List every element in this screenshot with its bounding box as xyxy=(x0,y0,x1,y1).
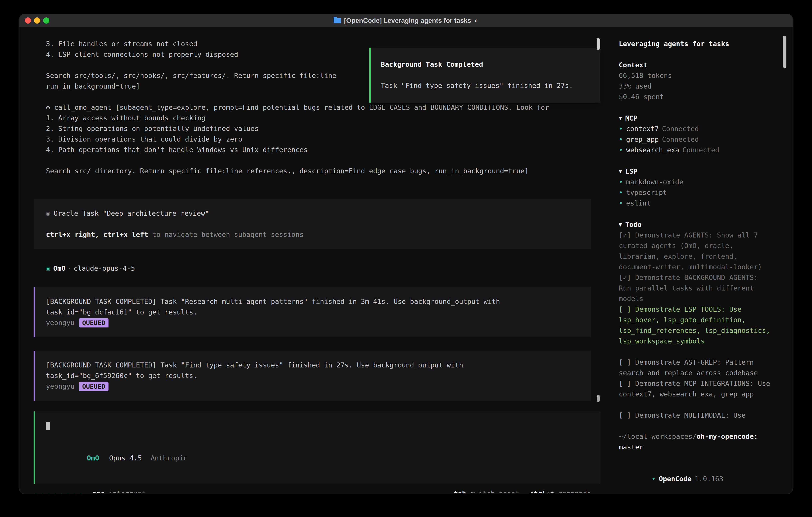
folder-icon xyxy=(334,18,341,23)
tool-call-header: ⚙ call_omo_agent [subagent_type=explore,… xyxy=(46,102,591,113)
window-titlebar[interactable]: [OpenCode] Leveraging agents for tasks ◐ xyxy=(19,14,793,27)
chevron-down-icon: ▼ xyxy=(619,168,622,174)
input-model-name: Opus 4.5 xyxy=(109,454,142,462)
lsp-server-row: •eslint xyxy=(619,198,772,209)
traffic-lights xyxy=(25,14,49,27)
message-footer: yeongyuQUEUED xyxy=(46,318,583,328)
mcp-section-header[interactable]: ▼MCP xyxy=(619,113,772,124)
notification-body: Task "Find type safety issues" finished … xyxy=(381,80,592,91)
oracle-task-panel: ◉Oracle Task "Deep architecture review" … xyxy=(34,199,591,249)
sidebar: Leveraging agents for tasks Context 66,5… xyxy=(610,27,793,493)
lsp-server-row: •markdown-oxide xyxy=(619,177,772,187)
bullet-icon: • xyxy=(651,475,656,483)
bullet-icon: • xyxy=(619,125,623,133)
minimize-button[interactable] xyxy=(34,18,40,24)
todo-item-done: [✓] Demonstrate AGENTS: Show all 7 curat… xyxy=(619,230,772,272)
bullet-icon: • xyxy=(619,199,623,207)
message-author: yeongyu xyxy=(46,382,75,390)
tool-call-footer: Search src/ directory. Return specific f… xyxy=(46,166,591,176)
todo-section-header[interactable]: ▼Todo xyxy=(619,219,772,230)
commands-hint: ctrl+p commands xyxy=(530,488,591,493)
message-text: [BACKGROUND TASK COMPLETED] Task "Find t… xyxy=(46,360,583,371)
input-provider-name: Anthropic xyxy=(151,454,187,462)
agent-header: ▣OmO·claude-opus-4-5 xyxy=(46,263,591,274)
tool-call-item: 2. String operations on potentially unde… xyxy=(46,124,591,134)
tool-call-item: 3. Division operations that could divide… xyxy=(46,134,591,144)
loading-spinner-icon: ◐ xyxy=(474,17,478,24)
workspace-path: ~/local-workspaces/oh-my-opencode: maste… xyxy=(619,431,772,453)
context-used: 33% used xyxy=(619,81,772,91)
todo-item-pending: [ ] Demonstrate MCP INTEGRATIONS: Use co… xyxy=(619,378,772,400)
context-spent: $0.46 spent xyxy=(619,91,772,102)
chevron-down-icon: ▼ xyxy=(619,115,622,121)
status-badge: QUEUED xyxy=(79,382,109,391)
bullet-icon: • xyxy=(619,178,623,186)
mcp-server-row: •grep_appConnected xyxy=(619,134,772,145)
status-badge: QUEUED xyxy=(79,318,109,327)
todo-item-active: [ ] Demonstrate LSP TOOLS: Use lsp_hover… xyxy=(619,304,772,347)
message-block: [BACKGROUND TASK COMPLETED] Task "Find t… xyxy=(34,351,591,401)
sidebar-scrollbar-thumb[interactable] xyxy=(783,35,786,68)
agent-square-icon: ▣ xyxy=(46,264,50,272)
prompt-input[interactable]: OmOOpus 4.5Anthropic xyxy=(34,411,601,484)
bullet-icon: • xyxy=(619,146,623,154)
chevron-down-icon: ▼ xyxy=(619,221,622,227)
text-cursor xyxy=(46,422,50,430)
close-button[interactable] xyxy=(25,18,31,24)
app-name: OpenCode xyxy=(659,475,692,483)
oracle-task-title: ◉Oracle Task "Deep architecture review" xyxy=(46,208,583,219)
app-version: 1.0.163 xyxy=(695,475,723,483)
message-author: yeongyu xyxy=(46,319,75,327)
chat-scrollbar-thumb-lower[interactable] xyxy=(597,395,600,402)
context-tokens: 66,518 tokens xyxy=(619,71,772,81)
gear-icon: ⚙ xyxy=(46,103,50,111)
status-bar: ········ esc interrupt tab switch agent … xyxy=(34,488,591,493)
terminal-window: [OpenCode] Leveraging agents for tasks ◐… xyxy=(19,14,793,494)
tab-hint: tab switch agent xyxy=(454,488,519,493)
model-info-row: OmOOpus 4.5Anthropic xyxy=(46,442,592,474)
agent-model: claude-opus-4-5 xyxy=(74,264,135,272)
window-title-text: [OpenCode] Leveraging agents for tasks xyxy=(344,17,471,24)
oracle-icon: ◉ xyxy=(46,209,50,217)
notification-toast: Background Task Completed Task "Find typ… xyxy=(369,48,601,103)
todo-item-pending: [ ] Demonstrate AST-GREP: Pattern search… xyxy=(619,357,772,378)
zoom-button[interactable] xyxy=(43,18,49,24)
input-agent-name: OmO xyxy=(87,454,99,462)
bullet-icon: • xyxy=(619,189,623,196)
todo-item-done: [✓] Demonstrate BACKGROUND AGENTS: Run p… xyxy=(619,272,772,304)
bullet-icon: • xyxy=(619,135,623,143)
mcp-server-row: •context7Connected xyxy=(619,124,772,134)
window-title: [OpenCode] Leveraging agents for tasks ◐ xyxy=(334,17,478,24)
message-footer: yeongyuQUEUED xyxy=(46,381,583,392)
chat-scrollbar-thumb[interactable] xyxy=(597,38,600,50)
app-version-row: •OpenCode1.0.163 xyxy=(619,463,772,493)
tool-call-item: 1. Array access without bounds checking xyxy=(46,113,591,124)
esc-hint: esc interrupt xyxy=(92,488,145,493)
lsp-section-header[interactable]: ▼LSP xyxy=(619,166,772,177)
lsp-server-row: •typescript xyxy=(619,187,772,198)
message-text: task_id="bg_6f59260c" to get results. xyxy=(46,371,583,381)
todo-item-pending: [ ] Demonstrate MULTIMODAL: Use xyxy=(619,410,772,420)
message-block: [BACKGROUND TASK COMPLETED] Task "Resear… xyxy=(34,287,591,337)
notification-title: Background Task Completed xyxy=(381,59,592,70)
mcp-server-row: •websearch_exaConnected xyxy=(619,145,772,155)
oracle-shortcut-hint: ctrl+x right, ctrl+x left to navigate be… xyxy=(46,229,583,240)
agent-name: OmO xyxy=(53,264,65,272)
git-branch: master xyxy=(619,443,643,451)
chat-pane: 3. File handles or streams not closed 4.… xyxy=(19,27,610,493)
context-heading: Context xyxy=(619,60,772,71)
session-title: Leveraging agents for tasks xyxy=(619,38,772,49)
tool-call-item: 4. Path operations that don't handle Win… xyxy=(46,144,591,155)
message-text: task_id="bg_dcfac161" to get results. xyxy=(46,307,583,318)
message-text: [BACKGROUND TASK COMPLETED] Task "Resear… xyxy=(46,296,583,307)
spinner-dots-icon: ········ xyxy=(34,488,86,493)
